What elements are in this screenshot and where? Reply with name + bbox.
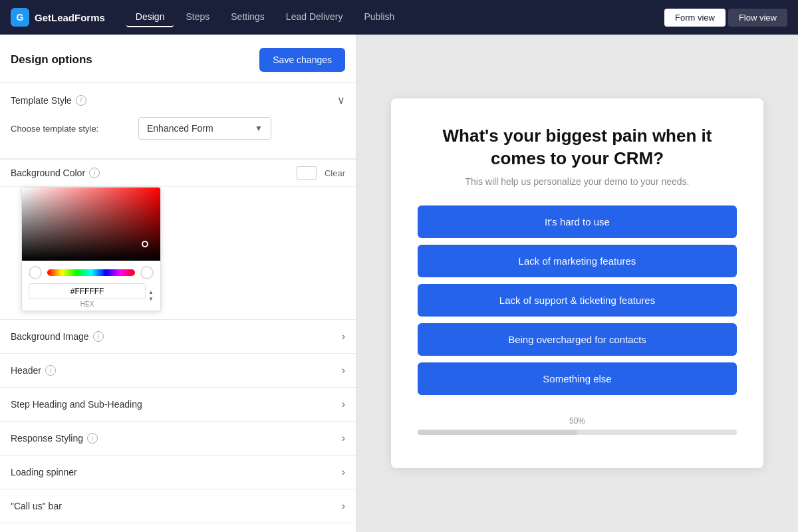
option-btn-4[interactable]: Something else bbox=[418, 362, 737, 395]
nav-steps[interactable]: Steps bbox=[176, 7, 219, 27]
accordion-call-us-bar: "Call us" bar › bbox=[0, 489, 356, 523]
main-content: Design options Save changes Template Sty… bbox=[0, 35, 798, 532]
step-heading-label: Step Heading and Sub-Heading bbox=[11, 399, 142, 410]
template-style-select-arrow: ▼ bbox=[255, 124, 263, 133]
hex-input-wrapper: HEX bbox=[29, 283, 146, 308]
form-question: What's your biggest pain when it comes t… bbox=[418, 125, 737, 170]
accordion-step-heading: Step Heading and Sub-Heading › bbox=[0, 388, 356, 422]
top-navigation: G GetLeadForms Design Steps Settings Lea… bbox=[0, 0, 798, 35]
call-us-bar-chevron: › bbox=[342, 500, 345, 512]
hex-label: HEX bbox=[80, 301, 94, 308]
color-cursor[interactable] bbox=[142, 241, 148, 247]
response-styling-label: Response Styling bbox=[11, 433, 83, 444]
accordion-header-header[interactable]: Header i › bbox=[0, 354, 356, 387]
option-btn-3[interactable]: Being overcharged for contacts bbox=[418, 323, 737, 356]
current-color-swatch bbox=[29, 266, 42, 279]
call-us-bar-label: "Call us" bar bbox=[11, 501, 62, 511]
accordion-loading-spinner-header[interactable]: Loading spinner › bbox=[0, 456, 356, 489]
accordion-template-style: Template Style i ∨ Choose template style… bbox=[0, 83, 356, 160]
form-options: It's hard to use Lack of marketing featu… bbox=[418, 205, 737, 395]
bg-color-swatch[interactable] bbox=[297, 166, 317, 180]
accordion-background-image: Background Image i › bbox=[0, 320, 356, 354]
form-subtext: This will help us personalize your demo … bbox=[418, 176, 737, 187]
template-style-select[interactable]: Enhanced Form ▼ bbox=[138, 117, 271, 140]
nav-lead-delivery[interactable]: Lead Delivery bbox=[277, 7, 352, 27]
step-heading-chevron: › bbox=[342, 398, 345, 410]
template-style-chevron: ∨ bbox=[337, 94, 345, 106]
right-preview: What's your biggest pain when it comes t… bbox=[356, 35, 798, 532]
hex-row: HEX ▲ ▼ bbox=[29, 283, 154, 308]
accordion-back-button-header[interactable]: Back button i › bbox=[0, 523, 356, 532]
loading-spinner-label: Loading spinner bbox=[11, 467, 77, 477]
bg-color-label: Background Color i bbox=[11, 168, 289, 178]
header-info-icon: i bbox=[45, 365, 56, 376]
option-btn-1[interactable]: Lack of marketing features bbox=[418, 245, 737, 277]
logo-icon: G bbox=[11, 8, 29, 27]
accordion-template-style-header[interactable]: Template Style i ∨ bbox=[0, 83, 356, 117]
accordion-call-us-bar-header[interactable]: "Call us" bar › bbox=[0, 489, 356, 523]
background-image-info-icon: i bbox=[93, 331, 104, 342]
template-style-info-icon: i bbox=[76, 95, 86, 106]
progress-label: 50% bbox=[418, 416, 737, 426]
progress-bar-fill bbox=[418, 430, 577, 435]
hue-row bbox=[29, 266, 154, 279]
hex-input[interactable] bbox=[29, 283, 146, 299]
accordion-list: Template Style i ∨ Choose template style… bbox=[0, 83, 356, 532]
nav-links: Design Steps Settings Lead Delivery Publ… bbox=[126, 7, 664, 27]
view-toggle: Form view Flow view bbox=[664, 9, 787, 27]
form-view-button[interactable]: Form view bbox=[664, 9, 726, 27]
nav-publish[interactable]: Publish bbox=[354, 7, 404, 27]
progress-area: 50% bbox=[418, 416, 737, 435]
clear-color-link[interactable]: Clear bbox=[325, 168, 345, 178]
loading-spinner-chevron: › bbox=[342, 466, 345, 478]
template-style-label: Template Style bbox=[11, 95, 72, 106]
logo: G GetLeadForms bbox=[11, 8, 105, 27]
header-label: Header bbox=[11, 365, 41, 376]
accordion-loading-spinner: Loading spinner › bbox=[0, 456, 356, 489]
nav-design[interactable]: Design bbox=[126, 7, 174, 27]
progress-bar-background bbox=[418, 430, 737, 435]
color-picker-popup: HEX ▲ ▼ bbox=[21, 187, 161, 311]
header-chevron: › bbox=[342, 364, 345, 376]
template-style-expanded: Choose template style: Enhanced Form ▼ bbox=[0, 117, 356, 159]
accordion-header: Header i › bbox=[0, 354, 356, 388]
response-styling-info-icon: i bbox=[87, 433, 98, 444]
response-styling-chevron: › bbox=[342, 432, 345, 444]
hex-down-arrow[interactable]: ▼ bbox=[148, 297, 154, 302]
accordion-step-heading-header[interactable]: Step Heading and Sub-Heading › bbox=[0, 388, 356, 421]
nav-settings[interactable]: Settings bbox=[221, 7, 274, 27]
bg-color-row: Background Color i Clear bbox=[0, 160, 356, 187]
option-btn-2[interactable]: Lack of support & ticketing features bbox=[418, 284, 737, 317]
accordion-back-button: Back button i › bbox=[0, 523, 356, 532]
logo-text: GetLeadForms bbox=[35, 12, 105, 23]
color-controls: HEX ▲ ▼ bbox=[22, 261, 160, 311]
color-picker-container: HEX ▲ ▼ bbox=[0, 187, 356, 319]
accordion-response-styling-header[interactable]: Response Styling i › bbox=[0, 422, 356, 455]
opacity-swatch bbox=[140, 266, 154, 279]
accordion-bg-color: Background Color i Clear bbox=[0, 160, 356, 320]
hex-arrows: ▲ ▼ bbox=[148, 290, 154, 302]
save-changes-button[interactable]: Save changes bbox=[259, 48, 345, 72]
design-options-title: Design options bbox=[11, 53, 92, 66]
background-image-label: Background Image bbox=[11, 331, 89, 342]
left-panel-header: Design options Save changes bbox=[0, 35, 356, 83]
hex-up-arrow[interactable]: ▲ bbox=[148, 290, 154, 295]
flow-view-button[interactable]: Flow view bbox=[728, 9, 787, 27]
hue-slider[interactable] bbox=[47, 269, 135, 276]
template-style-value: Enhanced Form bbox=[147, 123, 213, 134]
left-panel: Design options Save changes Template Sty… bbox=[0, 35, 356, 532]
option-btn-0[interactable]: It's hard to use bbox=[418, 205, 737, 238]
bg-color-info-icon: i bbox=[89, 168, 100, 178]
accordion-background-image-header[interactable]: Background Image i › bbox=[0, 320, 356, 353]
background-image-chevron: › bbox=[342, 331, 345, 342]
accordion-response-styling: Response Styling i › bbox=[0, 422, 356, 456]
template-style-field-row: Choose template style: Enhanced Form ▼ bbox=[11, 117, 345, 140]
form-preview-card: What's your biggest pain when it comes t… bbox=[391, 98, 763, 469]
color-gradient[interactable] bbox=[22, 188, 161, 261]
choose-template-label: Choose template style: bbox=[11, 124, 130, 134]
